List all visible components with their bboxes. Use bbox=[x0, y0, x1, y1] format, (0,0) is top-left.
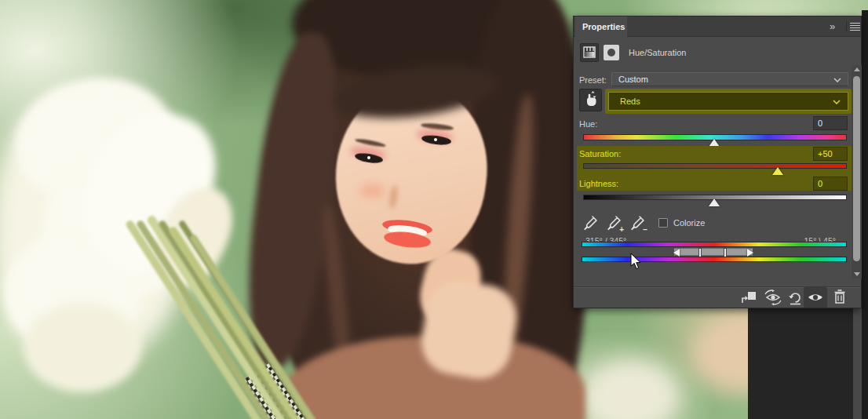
colorize-checkbox[interactable] bbox=[658, 218, 668, 228]
photo-lotus-petal bbox=[24, 302, 141, 392]
channel-value: Reds bbox=[620, 97, 640, 106]
header-divider bbox=[846, 21, 847, 31]
photo-cheek-blush bbox=[359, 184, 385, 198]
trash-icon bbox=[833, 289, 847, 304]
photo-eye-glint bbox=[434, 138, 437, 141]
lightness-label: Lightness: bbox=[579, 179, 618, 188]
saturation-slider[interactable] bbox=[583, 163, 847, 169]
delete-adjustment-button[interactable] bbox=[833, 289, 850, 304]
add-to-sample-eyedropper-button[interactable]: + bbox=[605, 214, 622, 231]
layer-mask-icon[interactable] bbox=[604, 45, 619, 60]
hand-pointer-icon bbox=[580, 89, 601, 111]
panel-dock-background bbox=[748, 307, 868, 419]
tab-properties[interactable]: Properties bbox=[575, 16, 627, 37]
mouse-cursor bbox=[630, 253, 641, 270]
photoshop-workspace: Properties » Hue/Saturation Preset: Cust… bbox=[0, 0, 868, 419]
photo-eye-glint bbox=[367, 156, 370, 159]
view-previous-state-button[interactable] bbox=[764, 290, 781, 305]
lightness-slider-thumb[interactable] bbox=[709, 199, 720, 206]
preset-dropdown[interactable]: Custom bbox=[611, 72, 848, 86]
channel-dropdown[interactable]: Reds bbox=[608, 92, 848, 111]
subtract-from-sample-eyedropper-button[interactable]: − bbox=[629, 214, 646, 231]
range-falloff-left-handle[interactable] bbox=[673, 249, 680, 257]
chevron-down-icon bbox=[833, 78, 841, 82]
scroll-down-icon[interactable] bbox=[854, 272, 860, 276]
scroll-up-icon[interactable] bbox=[854, 67, 860, 71]
hue-value-field[interactable]: 0 bbox=[813, 116, 848, 130]
eyedropper-button[interactable] bbox=[582, 214, 599, 231]
reset-button[interactable] bbox=[787, 290, 804, 305]
saturation-label: Saturation: bbox=[579, 149, 621, 158]
reset-arrow-icon bbox=[787, 290, 803, 305]
eye-icon bbox=[807, 291, 824, 304]
clip-to-layer-button[interactable] bbox=[740, 290, 757, 305]
chevron-down-icon bbox=[833, 100, 841, 104]
minus-sign: − bbox=[643, 225, 647, 234]
plus-sign: + bbox=[619, 225, 624, 234]
properties-panel: Properties » Hue/Saturation Preset: Cust… bbox=[573, 16, 862, 308]
saturation-slider-thumb[interactable] bbox=[772, 167, 783, 175]
lightness-value-field[interactable]: 0 bbox=[813, 177, 848, 191]
hue-label: Hue: bbox=[579, 119, 597, 129]
hue-range-markers[interactable] bbox=[674, 248, 753, 256]
hue-ramp-top bbox=[582, 242, 847, 247]
saturation-value-field[interactable]: +50 bbox=[813, 147, 848, 161]
colorize-label: Colorize bbox=[673, 218, 705, 228]
preset-label: Preset: bbox=[579, 75, 607, 85]
preset-value: Custom bbox=[618, 75, 648, 84]
targeted-adjustment-tool-button[interactable] bbox=[579, 89, 602, 111]
adjustment-title: Hue/Saturation bbox=[629, 48, 686, 57]
collapse-panel-icon[interactable]: » bbox=[830, 20, 844, 33]
visibility-toggle-button[interactable] bbox=[804, 287, 827, 308]
panel-scrollbar[interactable] bbox=[852, 65, 862, 279]
panel-menu-icon[interactable] bbox=[850, 23, 860, 31]
channel-highlight-region: Reds bbox=[605, 89, 852, 114]
eye-arrows-icon bbox=[764, 290, 782, 305]
adjustment-properties-icon[interactable] bbox=[580, 43, 599, 62]
hue-ramp-bottom bbox=[582, 257, 847, 262]
range-falloff-right-handle[interactable] bbox=[747, 249, 753, 257]
eyedropper-icon bbox=[582, 214, 599, 231]
workspace-edge-strip bbox=[862, 10, 868, 419]
clip-to-layer-icon bbox=[740, 290, 757, 305]
scrollbar-thumb[interactable] bbox=[853, 76, 860, 261]
